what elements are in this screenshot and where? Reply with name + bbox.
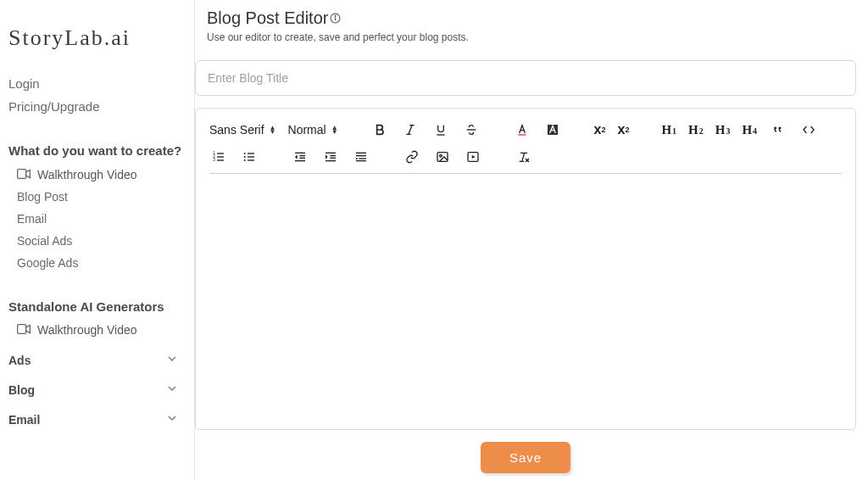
section-title-create: What do you want to create? bbox=[8, 142, 186, 159]
svg-point-4 bbox=[335, 15, 336, 16]
font-size-picker[interactable]: Normal ▲▼ bbox=[288, 123, 338, 137]
login-link[interactable]: Login bbox=[8, 76, 186, 91]
font-family-picker[interactable]: Sans Serif ▲▼ bbox=[209, 123, 276, 137]
chevron-down-icon bbox=[165, 411, 179, 427]
strike-button[interactable] bbox=[462, 120, 481, 139]
ordered-list-button[interactable]: 123 bbox=[209, 148, 228, 166]
video-icon bbox=[17, 323, 31, 337]
indent-button[interactable] bbox=[321, 148, 340, 166]
h1-button[interactable]: H1 bbox=[661, 123, 676, 137]
chevron-down-icon bbox=[165, 382, 179, 398]
walkthrough-video-link-2[interactable]: Walkthrough Video bbox=[17, 323, 186, 337]
h3-button[interactable]: H3 bbox=[715, 123, 731, 137]
svg-line-5 bbox=[409, 126, 412, 135]
clear-format-button[interactable] bbox=[515, 148, 533, 166]
accordion-email[interactable]: Email bbox=[8, 405, 186, 434]
svg-rect-0 bbox=[18, 169, 26, 178]
accordion-blog[interactable]: Blog bbox=[8, 375, 186, 405]
font-family-label: Sans Serif bbox=[209, 123, 264, 137]
accordion-label: Ads bbox=[8, 354, 31, 367]
bold-button[interactable] bbox=[370, 120, 389, 139]
chevron-down-icon bbox=[165, 352, 179, 368]
text-color-button[interactable] bbox=[513, 120, 531, 139]
sidebar-item-social-ads[interactable]: Social Ads bbox=[17, 234, 186, 248]
svg-marker-40 bbox=[472, 155, 476, 159]
video-button[interactable] bbox=[464, 148, 482, 166]
video-icon bbox=[17, 168, 31, 181]
accordion-label: Blog bbox=[8, 383, 35, 397]
superscript-button[interactable]: x2 bbox=[594, 120, 606, 139]
accordion-ads[interactable]: Ads bbox=[8, 345, 186, 375]
page-subtitle: Use our editor to create, save and perfe… bbox=[207, 31, 868, 43]
walkthrough-video-link[interactable]: Walkthrough Video bbox=[17, 168, 186, 181]
svg-rect-37 bbox=[437, 153, 448, 162]
link-button[interactable] bbox=[403, 148, 421, 166]
highlight-button[interactable] bbox=[543, 120, 562, 139]
pricing-link[interactable]: Pricing/Upgrade bbox=[8, 99, 186, 114]
dropdown-icon: ▲▼ bbox=[331, 126, 338, 134]
walkthrough-label: Walkthrough Video bbox=[37, 168, 137, 181]
brand-logo: StoryLab.ai bbox=[8, 25, 186, 51]
code-block-button[interactable] bbox=[799, 120, 818, 139]
svg-text:3: 3 bbox=[213, 158, 215, 162]
svg-point-23 bbox=[244, 156, 246, 158]
subscript-button[interactable]: x2 bbox=[617, 120, 629, 139]
info-icon[interactable] bbox=[330, 13, 341, 24]
page-header: Blog Post Editor Use our editor to creat… bbox=[195, 8, 868, 43]
svg-point-38 bbox=[440, 154, 442, 157]
outdent-button[interactable] bbox=[291, 148, 309, 166]
font-size-label: Normal bbox=[288, 123, 326, 137]
h2-button[interactable]: H2 bbox=[688, 123, 704, 137]
save-button[interactable]: Save bbox=[481, 442, 570, 473]
editor-textarea[interactable] bbox=[209, 182, 842, 417]
accordion-label: Email bbox=[8, 413, 40, 427]
text-direction-button[interactable] bbox=[352, 148, 370, 166]
bullet-list-button[interactable] bbox=[240, 148, 259, 166]
blog-title-input[interactable] bbox=[195, 60, 856, 96]
sidebar-item-blog-post[interactable]: Blog Post bbox=[17, 190, 186, 204]
page-title-text: Blog Post Editor bbox=[207, 8, 328, 28]
section-title-generators: Standalone AI Generators bbox=[8, 299, 186, 315]
sidebar: StoryLab.ai Login Pricing/Upgrade What d… bbox=[0, 0, 195, 480]
sidebar-item-email[interactable]: Email bbox=[17, 212, 186, 226]
svg-point-22 bbox=[244, 153, 246, 154]
walkthrough-label-2: Walkthrough Video bbox=[37, 323, 137, 337]
image-button[interactable] bbox=[433, 148, 452, 166]
blockquote-button[interactable] bbox=[769, 120, 787, 139]
page-title: Blog Post Editor bbox=[207, 8, 868, 28]
h4-button[interactable]: H4 bbox=[742, 123, 757, 137]
svg-point-24 bbox=[244, 159, 246, 161]
editor-card: Sans Serif ▲▼ Normal ▲▼ bbox=[195, 108, 856, 430]
dropdown-icon: ▲▼ bbox=[270, 126, 276, 134]
italic-button[interactable] bbox=[401, 120, 420, 139]
main-content: Blog Post Editor Use our editor to creat… bbox=[195, 0, 868, 480]
svg-rect-1 bbox=[18, 325, 26, 334]
toolbar-divider bbox=[209, 173, 842, 174]
top-links: Login Pricing/Upgrade bbox=[8, 76, 186, 114]
underline-button[interactable] bbox=[431, 120, 450, 139]
editor-toolbar: Sans Serif ▲▼ Normal ▲▼ bbox=[209, 120, 842, 182]
sidebar-item-google-ads[interactable]: Google Ads bbox=[17, 256, 186, 270]
